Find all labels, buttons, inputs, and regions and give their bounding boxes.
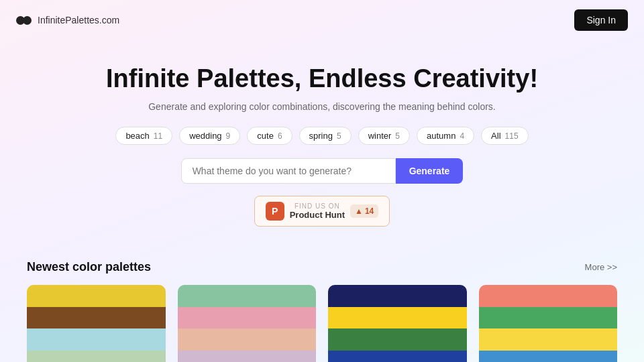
section-header: Newest color palettes More >>: [27, 260, 617, 274]
tag-item[interactable]: wedding9: [179, 127, 240, 145]
tag-count: 9: [226, 131, 231, 141]
tag-item[interactable]: autumn4: [417, 127, 474, 145]
tag-label: beach: [125, 131, 149, 141]
color-swatch: [27, 328, 166, 351]
search-bar: Generate: [13, 158, 631, 184]
color-swatch: [178, 285, 317, 307]
ph-upvote-count: 14: [365, 206, 374, 216]
palette-card[interactable]: van gogh's starry night:... This color c…: [328, 285, 467, 362]
palette-swatches: [27, 285, 166, 362]
palette-card[interactable]: les tournesols: Sunflower Yello... This …: [27, 285, 166, 362]
color-swatch: [27, 307, 166, 329]
palette-swatches: [479, 285, 618, 362]
tag-count: 6: [278, 131, 282, 141]
color-swatch: [27, 285, 166, 307]
hero-section: Infinite Palettes, Endless Creativity! G…: [0, 40, 644, 260]
tag-item[interactable]: cute6: [247, 127, 292, 145]
color-swatch: [479, 307, 618, 329]
product-hunt-badge: P FIND US ON Product Hunt ▲ 14: [13, 196, 631, 227]
sign-in-button[interactable]: Sign In: [574, 9, 628, 31]
tag-label: spring: [309, 131, 333, 141]
tag-label: cute: [257, 131, 274, 141]
section-title: Newest color palettes: [27, 260, 151, 274]
product-hunt-icon: P: [266, 202, 284, 221]
palettes-section: Newest color palettes More >> les tourne…: [0, 260, 644, 362]
tag-item[interactable]: spring5: [299, 127, 352, 145]
tag-label: wedding: [189, 131, 221, 141]
palette-swatches: [178, 285, 317, 362]
tag-count: 5: [395, 131, 400, 141]
ph-find-text: FIND US ON: [290, 202, 345, 210]
hero-title: Infinite Palettes, Endless Creativity!: [13, 64, 631, 93]
product-hunt-text-block: FIND US ON Product Hunt: [290, 202, 345, 220]
logo-icon: [16, 15, 32, 25]
search-input[interactable]: [181, 158, 396, 184]
more-link[interactable]: More >>: [585, 262, 617, 272]
color-swatch: [328, 307, 467, 329]
product-hunt-link[interactable]: P FIND US ON Product Hunt ▲ 14: [254, 196, 390, 227]
tag-label: autumn: [427, 131, 455, 141]
tag-count: 115: [505, 131, 519, 141]
generate-button[interactable]: Generate: [396, 158, 464, 184]
logo-circle-right: [23, 16, 32, 25]
tag-label: winter: [368, 131, 392, 141]
palette-swatches: [328, 285, 467, 362]
color-swatch: [178, 351, 317, 363]
palette-card[interactable]: summer with watermelon:... This color co…: [479, 285, 618, 362]
color-swatch: [328, 285, 467, 307]
tag-count: 11: [154, 131, 162, 141]
tag-label: All: [491, 131, 500, 141]
palette-grid: les tournesols: Sunflower Yello... This …: [27, 285, 617, 362]
hero-subtitle: Generate and exploring color combination…: [13, 101, 631, 112]
color-swatch: [479, 285, 618, 307]
color-swatch: [178, 328, 317, 351]
header: InfinitePalettes.com Sign In: [0, 0, 644, 40]
palette-card[interactable]: le bassin aux nympheas: Water... This co…: [178, 285, 317, 362]
color-swatch: [27, 351, 166, 363]
color-swatch: [328, 328, 467, 351]
ph-upvote-badge: ▲ 14: [350, 204, 378, 218]
ph-product-text: Product Hunt: [290, 210, 345, 220]
ph-upvote-icon: ▲: [355, 206, 363, 216]
tag-count: 4: [460, 131, 464, 141]
logo-text: InfinitePalettes.com: [38, 15, 119, 25]
logo: InfinitePalettes.com: [16, 15, 119, 25]
color-swatch: [479, 351, 618, 363]
tag-list: beach11wedding9cute6spring5winter5autumn…: [13, 127, 631, 145]
tag-item[interactable]: winter5: [358, 127, 410, 145]
tag-item[interactable]: beach11: [115, 127, 172, 145]
color-swatch: [178, 307, 317, 329]
color-swatch: [328, 351, 467, 363]
color-swatch: [479, 328, 618, 351]
tag-count: 5: [337, 131, 341, 141]
tag-item[interactable]: All115: [481, 127, 528, 145]
